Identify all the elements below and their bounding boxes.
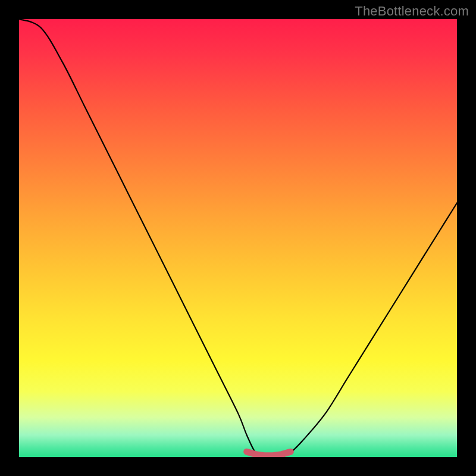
plot-area bbox=[19, 19, 457, 457]
bottleneck-curve bbox=[19, 19, 457, 457]
chart-svg bbox=[19, 19, 457, 457]
chart-frame: TheBottleneck.com bbox=[0, 0, 476, 476]
flat-segment-marker bbox=[247, 452, 291, 456]
source-attribution: TheBottleneck.com bbox=[355, 4, 469, 19]
